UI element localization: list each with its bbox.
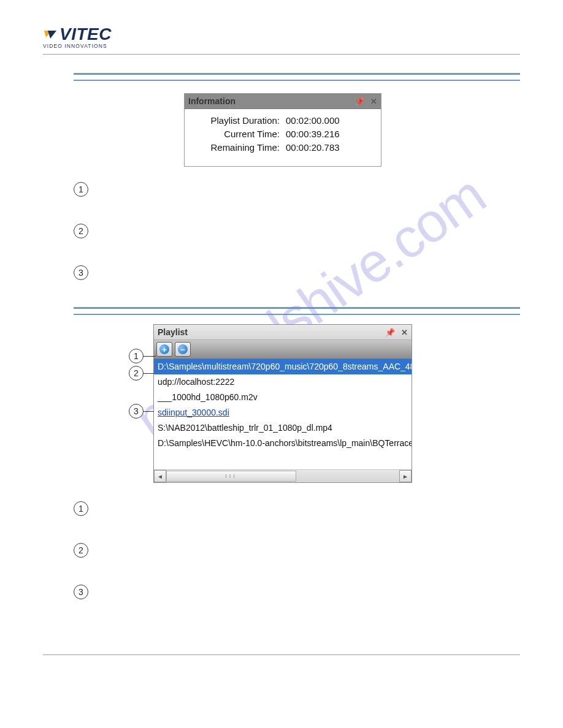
list-item[interactable]: sdiinput_30000.sdi	[154, 405, 412, 420]
list-item[interactable]: D:\Samples\HEVC\hm-10.0-anchors\bitstrea…	[154, 436, 412, 451]
info-value: 00:00:39.216	[286, 127, 359, 141]
scroll-thumb[interactable]: III	[166, 471, 296, 482]
playlist-markers: 1 2 3	[74, 501, 520, 599]
info-label: Playlist Duration:	[191, 114, 280, 127]
playlist-panel: Playlist 📌 ✕ + − D:\Samples\multistream	[153, 324, 412, 483]
footer-divider	[43, 654, 520, 655]
list-item[interactable]: udp://localhost:2222	[154, 374, 412, 390]
information-panel: Information 📌 ✕ Playlist Duration: 00:02…	[184, 93, 381, 167]
pin-icon[interactable]: 📌	[354, 97, 364, 106]
brand-logo: VITEC VIDEO INNOVATIONS	[43, 25, 520, 49]
playlist-toolbar: + −	[154, 340, 412, 359]
section-divider	[74, 307, 520, 309]
info-label: Remaining Time:	[191, 141, 280, 154]
logo-icon	[43, 28, 58, 40]
info-value: 00:00:20.783	[286, 141, 359, 154]
logo-text: VITEC	[59, 25, 112, 44]
logo-tagline: VIDEO INNOVATIONS	[43, 43, 520, 49]
minus-icon: −	[178, 344, 188, 354]
callout-2: 2	[129, 366, 144, 381]
information-panel-body: Playlist Duration: 00:02:00.000 Current …	[185, 109, 381, 166]
callout-1: 1	[129, 349, 144, 363]
add-button[interactable]: +	[156, 342, 172, 357]
playlist-body: D:\Samples\multistream\720p60_music\720p…	[154, 359, 412, 469]
scroll-right-button[interactable]: ►	[399, 470, 412, 482]
playlist-panel-title: Playlist	[158, 327, 188, 337]
marker-1: 1	[74, 501, 88, 516]
playlist-panel-titlebar: Playlist 📌 ✕	[154, 325, 412, 340]
close-icon[interactable]: ✕	[370, 97, 377, 106]
marker-1: 1	[74, 182, 88, 197]
callout-line	[144, 356, 156, 357]
section-divider	[74, 314, 520, 315]
scroll-left-button[interactable]: ◄	[154, 470, 166, 482]
marker-2: 2	[74, 224, 88, 238]
section-divider	[74, 73, 520, 75]
marker-3: 3	[74, 265, 88, 280]
information-markers: 1 2 3	[74, 182, 520, 280]
horizontal-scrollbar[interactable]: ◄ III ►	[154, 469, 412, 482]
list-item[interactable]: S:\NAB2012\battleship_trlr_01_1080p_dl.m…	[154, 420, 412, 436]
marker-2: 2	[74, 543, 88, 558]
marker-3: 3	[74, 585, 88, 599]
plus-icon: +	[159, 344, 169, 354]
list-item[interactable]: ___1000hd_1080p60.m2v	[154, 390, 412, 405]
list-item[interactable]: D:\Samples\multistream\720p60_music\720p…	[154, 359, 412, 374]
remove-button[interactable]: −	[175, 342, 191, 357]
information-panel-titlebar: Information 📌 ✕	[185, 94, 381, 109]
pin-icon[interactable]: 📌	[385, 328, 395, 337]
info-label: Current Time:	[191, 127, 280, 141]
scroll-track[interactable]: III	[166, 471, 399, 482]
info-value: 00:02:00.000	[286, 114, 359, 127]
section-divider	[74, 80, 520, 81]
callout-3: 3	[129, 404, 144, 419]
close-icon[interactable]: ✕	[401, 328, 408, 337]
header-divider	[43, 54, 520, 55]
information-panel-title: Information	[188, 96, 236, 106]
